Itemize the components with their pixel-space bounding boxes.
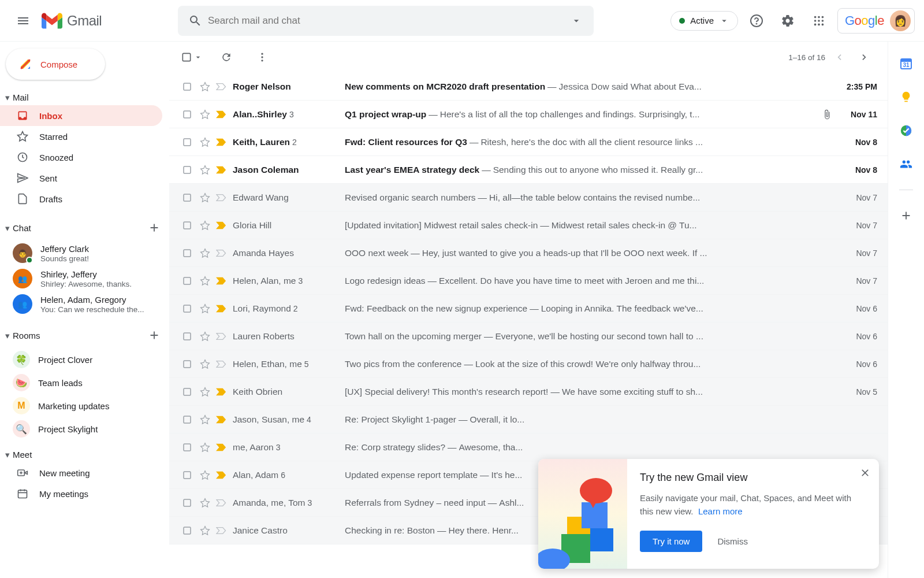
importance-marker[interactable] — [213, 471, 229, 479]
support-button[interactable] — [744, 8, 769, 34]
mail-row[interactable]: Amanda HayesOOO next week — Hey, just wa… — [169, 239, 888, 267]
mail-row[interactable]: Keith, Lauren2Fwd: Client resources for … — [169, 128, 888, 156]
row-checkbox[interactable] — [181, 137, 193, 147]
star-button[interactable] — [197, 81, 213, 92]
row-checkbox[interactable] — [181, 220, 193, 231]
star-button[interactable] — [197, 303, 213, 314]
row-checkbox[interactable] — [181, 470, 193, 480]
importance-marker[interactable] — [213, 249, 229, 257]
mail-row[interactable]: Gloria Hill[Updated invitation] Midwest … — [169, 212, 888, 239]
nav-item-starred[interactable]: Starred — [0, 126, 162, 147]
status-button[interactable]: Active — [670, 11, 738, 31]
popup-try-button[interactable]: Try it now — [640, 531, 702, 552]
compose-button[interactable]: Compose — [6, 49, 105, 80]
importance-marker[interactable] — [213, 305, 229, 313]
mail-row[interactable]: Edward WangRevised organic search number… — [169, 184, 888, 212]
room-item[interactable]: 🍀Project Clover — [0, 348, 169, 371]
star-button[interactable] — [197, 470, 213, 480]
chat-item[interactable]: 👨Jeffery ClarkSounds great! — [0, 240, 169, 266]
row-checkbox[interactable] — [181, 387, 193, 397]
row-checkbox[interactable] — [181, 331, 193, 342]
star-button[interactable] — [197, 331, 213, 342]
nav-item-snoozed[interactable]: Snoozed — [0, 147, 162, 168]
star-button[interactable] — [197, 498, 213, 508]
mail-row[interactable]: Jason, Susan, me4Re: Project Skylight 1-… — [169, 406, 888, 433]
gmail-logo[interactable]: Gmail — [42, 13, 169, 29]
importance-marker[interactable] — [213, 83, 229, 91]
pager-prev-button[interactable] — [828, 46, 851, 69]
row-checkbox[interactable] — [181, 81, 193, 92]
row-checkbox[interactable] — [181, 414, 193, 425]
main-menu-button[interactable] — [9, 7, 37, 35]
section-rooms-header[interactable]: ▾ Rooms — [0, 323, 169, 348]
mail-row[interactable]: Roger NelsonNew comments on MCR2020 draf… — [169, 73, 888, 101]
nav-item-inbox[interactable]: Inbox — [0, 105, 162, 126]
star-button[interactable] — [197, 442, 213, 453]
importance-marker[interactable] — [213, 388, 229, 396]
chat-item[interactable]: 👥Shirley, JefferyShirley: Awesome, thank… — [0, 266, 169, 291]
mail-row[interactable]: Helen, Ethan, me5Two pics from the confe… — [169, 350, 888, 378]
calendar-app-button[interactable]: 31 — [893, 51, 919, 76]
mail-row[interactable]: Alan..Shirley3Q1 project wrap-up — Here'… — [169, 101, 888, 128]
nav-item-sent[interactable]: Sent — [0, 168, 162, 188]
section-mail-header[interactable]: ▾ Mail — [0, 89, 169, 105]
more-button[interactable] — [250, 45, 274, 69]
keep-app-button[interactable] — [893, 84, 919, 110]
mail-row[interactable]: me, Aaron3Re: Corp strategy slides? — Aw… — [169, 433, 888, 461]
star-button[interactable] — [197, 248, 213, 258]
importance-marker[interactable] — [213, 360, 229, 368]
new-chat-button[interactable] — [144, 217, 165, 238]
mail-row[interactable]: Jason ColemanLast year's EMEA strategy d… — [169, 156, 888, 184]
star-button[interactable] — [197, 276, 213, 286]
popup-close-button[interactable] — [859, 467, 871, 479]
star-button[interactable] — [197, 137, 213, 147]
meet-item-new-meeting[interactable]: New meeting — [0, 462, 162, 483]
search-bar[interactable] — [178, 6, 594, 36]
chat-item[interactable]: 👥Helen, Adam, GregoryYou: Can we resched… — [0, 291, 169, 317]
mail-row[interactable]: Lori, Raymond2Fwd: Feedback on the new s… — [169, 295, 888, 323]
search-icon[interactable] — [182, 8, 208, 34]
mail-row[interactable]: Lauren RobertsTown hall on the upcoming … — [169, 323, 888, 350]
row-checkbox[interactable] — [181, 525, 193, 536]
search-options-icon[interactable] — [564, 8, 589, 34]
add-app-button[interactable] — [893, 203, 919, 228]
refresh-button[interactable] — [214, 45, 239, 69]
section-meet-header[interactable]: ▾ Meet — [0, 446, 169, 462]
row-checkbox[interactable] — [181, 109, 193, 120]
importance-marker[interactable] — [213, 499, 229, 507]
star-button[interactable] — [197, 387, 213, 397]
star-button[interactable] — [197, 359, 213, 369]
select-all-checkbox[interactable] — [181, 51, 203, 63]
section-chat-header[interactable]: ▾ Chat — [0, 215, 169, 240]
nav-item-drafts[interactable]: Drafts — [0, 188, 162, 209]
importance-marker[interactable] — [213, 110, 229, 118]
row-checkbox[interactable] — [181, 498, 193, 508]
tasks-app-button[interactable] — [893, 118, 919, 143]
importance-marker[interactable] — [213, 416, 229, 424]
importance-marker[interactable] — [213, 277, 229, 285]
row-checkbox[interactable] — [181, 192, 193, 203]
star-button[interactable] — [197, 109, 213, 120]
row-checkbox[interactable] — [181, 303, 193, 314]
star-button[interactable] — [197, 165, 213, 175]
google-apps-button[interactable] — [806, 8, 832, 34]
star-button[interactable] — [197, 220, 213, 231]
contacts-app-button[interactable] — [893, 151, 919, 177]
star-button[interactable] — [197, 414, 213, 425]
room-item[interactable]: 🍉Team leads — [0, 371, 169, 394]
search-input[interactable] — [208, 15, 564, 27]
room-item[interactable]: MMarketing updates — [0, 394, 169, 417]
settings-button[interactable] — [775, 8, 800, 34]
importance-marker[interactable] — [213, 527, 229, 535]
importance-marker[interactable] — [213, 166, 229, 174]
row-checkbox[interactable] — [181, 248, 193, 258]
importance-marker[interactable] — [213, 443, 229, 451]
meet-item-my-meetings[interactable]: My meetings — [0, 483, 162, 504]
mail-row[interactable]: Helen, Alan, me3Logo redesign ideas — Ex… — [169, 267, 888, 295]
star-button[interactable] — [197, 192, 213, 203]
popup-dismiss-button[interactable]: Dismiss — [711, 532, 754, 551]
room-item[interactable]: 🔍Project Skylight — [0, 417, 169, 440]
google-account-button[interactable]: Google 👩 — [837, 8, 915, 34]
pager-next-button[interactable] — [853, 46, 876, 69]
importance-marker[interactable] — [213, 194, 229, 202]
